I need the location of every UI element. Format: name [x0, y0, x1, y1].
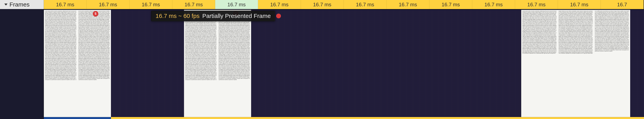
frame-cell-label: 16.7 ms [270, 1, 289, 8]
frames-ruler: Frames 16.7 ms16.7 ms16.7 ms16.7 ms16.7 … [0, 0, 644, 9]
warning-badge-icon: 5 [93, 11, 98, 16]
frame-cell-label: 16.7 ms [570, 1, 588, 8]
frame-cell[interactable]: 16.7 ms [344, 0, 386, 9]
frame-cell[interactable]: 16.7 ms [515, 0, 558, 9]
frame-cell[interactable]: 16.7 ms [44, 0, 87, 9]
devtools-frames-panel: Frames 16.7 ms16.7 ms16.7 ms16.7 ms16.7 … [0, 0, 644, 119]
frame-cell[interactable]: 16.7 [601, 0, 644, 9]
collapse-triangle-icon[interactable] [4, 3, 8, 5]
filmstrip-row: 16.7 ms ~ 60 fps Partially Presented Fra… [0, 9, 644, 119]
tooltip-ms-text: 16.7 ms ~ 60 fps [156, 13, 200, 19]
frame-cells-container: 16.7 ms16.7 ms16.7 ms16.7 ms16.7 ms16.7 … [44, 0, 644, 9]
thumbnail-content: Lorem ipsum dolor sit amet consectetur a… [185, 11, 250, 116]
frame-cell[interactable]: 16.7 ms [87, 0, 130, 9]
frame-cell-label: 16.7 ms [228, 1, 246, 8]
screenshot-thumbnail[interactable]: Lorem ipsum dolor sit amet consectetur a… [44, 10, 111, 117]
frame-cell[interactable]: 16.7 ms [172, 0, 215, 9]
frame-cell-label: 16.7 ms [356, 1, 374, 8]
frame-cell[interactable]: 16.7 ms [301, 0, 344, 9]
frame-cell-label: 16.7 ms [399, 1, 417, 8]
thumbnail-content: Lorem ipsum dolor sit amet consectetur a… [522, 11, 629, 116]
screenshot-thumbnail[interactable]: Lorem ipsum dolor sit amet consectetur a… [521, 10, 630, 117]
frame-cell-label: 16.7 ms [527, 1, 546, 8]
frame-cell[interactable]: 16.7 ms [386, 0, 430, 9]
bottom-bar-blue-segment [44, 117, 111, 119]
screenshot-thumbnail[interactable]: Lorem ipsum dolor sit amet consectetur a… [184, 10, 251, 117]
frames-track-header[interactable]: Frames [0, 0, 44, 9]
frame-cell[interactable]: 16.7 ms [258, 0, 301, 9]
hatched-gap [251, 10, 521, 117]
hatched-gap [630, 10, 644, 117]
frame-cell-label: 16.7 ms [99, 1, 117, 8]
hatched-gap [111, 10, 184, 117]
thumbnail-content: Lorem ipsum dolor sit amet consectetur a… [45, 11, 110, 116]
bottom-bar-yellow-segment [111, 117, 644, 119]
frame-cell-label: 16.7 ms [142, 1, 160, 8]
frame-cell-label: 16.7 [617, 1, 627, 8]
frame-cell-label: 16.7 ms [484, 1, 503, 8]
frame-cell-label: 16.7 ms [313, 1, 332, 8]
frame-cell[interactable]: 16.7 ms [472, 0, 515, 9]
frames-track-label: Frames [10, 1, 30, 8]
frame-cell-label: 16.7 ms [442, 1, 460, 8]
filmstrip-body[interactable]: 16.7 ms ~ 60 fps Partially Presented Fra… [44, 9, 644, 119]
tooltip-marker-icon [276, 13, 281, 18]
frame-tooltip: 16.7 ms ~ 60 fps Partially Presented Fra… [151, 11, 275, 21]
frame-cell-label: 16.7 ms [56, 1, 74, 8]
tooltip-status-text: Partially Presented Frame [202, 13, 271, 19]
frame-cell[interactable]: 16.7 ms [558, 0, 601, 9]
filmstrip-bottom-bar [44, 117, 644, 119]
filmstrip-gutter [0, 9, 44, 119]
frame-cell[interactable]: 16.7 ms [215, 0, 258, 9]
frame-cell-label: 16.7 ms [184, 1, 203, 8]
frame-cell[interactable]: 16.7 ms [130, 0, 172, 9]
frame-cell[interactable]: 16.7 ms [430, 0, 472, 9]
